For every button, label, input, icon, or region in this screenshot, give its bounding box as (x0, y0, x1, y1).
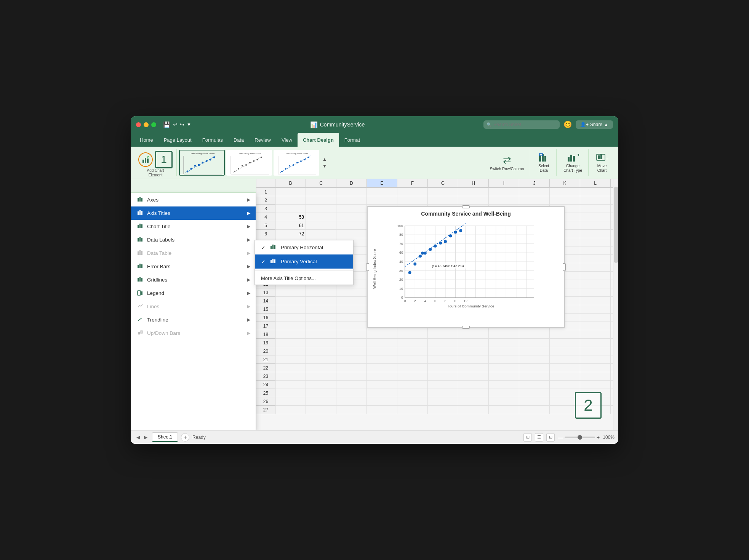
sheet-next-button[interactable]: ▶ (142, 434, 149, 441)
submenu-more-options[interactable]: More Axis Title Options... (255, 272, 353, 285)
svg-text:Well-Being Index Score: Well-Being Index Score (239, 152, 261, 155)
move-chart-button[interactable]: → MoveChart (592, 151, 611, 174)
svg-rect-70 (141, 251, 142, 255)
svg-rect-58 (141, 198, 142, 202)
menu-item-gridlines[interactable]: Gridlines ▶ (131, 273, 256, 286)
zoom-out-button[interactable]: — (558, 434, 563, 440)
svg-text:60: 60 (399, 251, 403, 254)
submenu-primary-horizontal[interactable]: ✓ Primary Horizontal (255, 240, 353, 254)
legend-icon (136, 290, 144, 297)
col-header-L[interactable]: L (580, 179, 611, 187)
svg-rect-77 (138, 291, 141, 295)
zoom-level: 100% (603, 435, 615, 440)
updown-bars-icon (136, 330, 144, 337)
chart-style-3[interactable]: Well-Being Index Score (274, 150, 319, 176)
normal-view-button[interactable]: ⊞ (523, 433, 532, 442)
svg-text:10: 10 (454, 299, 458, 303)
right-scrollbar[interactable] (613, 179, 618, 430)
maximize-button[interactable] (151, 122, 156, 127)
emoji-button[interactable]: 😊 (563, 120, 572, 129)
col-header-B[interactable]: B (275, 179, 306, 187)
vertical-check: ✓ (261, 259, 267, 265)
menu-item-axis-titles[interactable]: Axis Titles ▶ (131, 206, 256, 220)
svg-rect-0 (142, 160, 144, 163)
page-break-view-button[interactable]: ⊡ (546, 433, 555, 442)
tab-review[interactable]: Review (249, 133, 276, 147)
switch-row-column-group: ⇄ Switch Row/Column (484, 149, 530, 176)
switch-row-column-button[interactable]: ⇄ Switch Row/Column (487, 153, 527, 173)
menu-item-chart-title[interactable]: Chart Title ▶ (131, 220, 256, 233)
axes-arrow: ▶ (247, 197, 250, 202)
data-table-icon (136, 250, 144, 257)
col-header-I[interactable]: I (489, 179, 519, 187)
trendline-arrow: ▶ (247, 317, 250, 322)
svg-rect-61 (141, 211, 142, 215)
menu-item-data-labels[interactable]: Data Labels ▶ (131, 233, 256, 246)
select-data-button[interactable]: SelectData (534, 151, 553, 174)
tab-view[interactable]: View (276, 133, 298, 147)
menu-item-trendline[interactable]: Trendline ▶ (131, 313, 256, 326)
col-header-K[interactable]: K (550, 179, 580, 187)
svg-text:Well-Being Index Score: Well-Being Index Score (286, 152, 308, 155)
zoom-slider[interactable] (565, 437, 595, 438)
col-header-J[interactable]: J (519, 179, 550, 187)
chart-style-2[interactable]: Well-Being Index Score (226, 150, 272, 176)
switch-row-column-icon: ⇄ (503, 154, 511, 166)
undo-icon[interactable]: ↩ (173, 122, 178, 128)
col-header-F[interactable]: F (397, 179, 428, 187)
legend-arrow: ▶ (247, 291, 250, 296)
axis-titles-icon (136, 210, 144, 217)
add-sheet-button[interactable]: + (181, 433, 189, 442)
svg-rect-59 (138, 211, 139, 215)
minimize-button[interactable] (144, 122, 149, 127)
customize-icon[interactable]: ▼ (187, 122, 191, 127)
svg-point-128 (408, 271, 411, 274)
chart-style-1[interactable]: Well-Being Index Score (179, 150, 225, 176)
add-chart-element-label[interactable]: Add ChartElement (147, 168, 164, 178)
col-header-H[interactable]: H (458, 179, 489, 187)
chart-body: Well-Being Index Score (371, 218, 560, 320)
svg-point-133 (429, 248, 432, 251)
svg-rect-75 (139, 277, 141, 282)
page-layout-view-button[interactable]: ☰ (535, 433, 543, 442)
col-header-E[interactable]: E (367, 179, 397, 187)
sheet-tab-sheet1[interactable]: Sheet1 (152, 432, 178, 442)
chart-container[interactable]: Community Service and Well-Being Well-Be… (367, 206, 565, 328)
svg-rect-62 (138, 225, 139, 228)
save-icon[interactable]: 💾 (163, 121, 171, 128)
chart-styles-scroll-down[interactable]: ▼ (322, 163, 327, 169)
menu-item-error-bars[interactable]: Error Bars ▶ (131, 260, 256, 273)
share-button[interactable]: 👤+ Share ▲ (576, 120, 613, 129)
chart-title-arrow: ▶ (247, 224, 250, 229)
tab-format[interactable]: Format (339, 133, 365, 147)
menu-item-axes[interactable]: Axes ▶ (131, 193, 256, 206)
ribbon-tabs: Home Page Layout Formulas Data Review Vi… (131, 133, 618, 147)
main-area: Axes ▶ Axis Titles ▶ Chart Title (131, 179, 618, 430)
submenu-primary-vertical[interactable]: ✓ Primary Vertical (255, 254, 353, 269)
col-header-M[interactable]: M (611, 179, 613, 187)
chart-styles-scroll-up[interactable]: ▲ (322, 157, 327, 162)
grid-scroll-area[interactable]: 1 (256, 188, 613, 430)
step-2-badge: 2 (575, 392, 602, 419)
move-chart-icon: → (596, 152, 608, 163)
tab-formulas[interactable]: Formulas (197, 133, 228, 147)
gridlines-icon (136, 276, 144, 283)
redo-icon[interactable]: ↪ (180, 122, 184, 128)
tab-data[interactable]: Data (228, 133, 249, 147)
change-chart-type-button[interactable]: ▼ ChangeChart Type (560, 151, 585, 174)
tab-page-layout[interactable]: Page Layout (158, 133, 197, 147)
tab-chart-design[interactable]: Chart Design (298, 133, 339, 147)
col-header-D[interactable]: D (336, 179, 367, 187)
zoom-in-button[interactable]: + (597, 434, 600, 440)
svg-text:8: 8 (444, 299, 446, 303)
svg-text:6: 6 (434, 299, 436, 303)
svg-text:y = 4.9745x + 43.213: y = 4.9745x + 43.213 (432, 264, 464, 268)
close-button[interactable] (136, 122, 141, 127)
sheet-first-button[interactable]: ◀ (134, 434, 141, 441)
col-header-G[interactable]: G (428, 179, 458, 187)
tab-home[interactable]: Home (134, 133, 158, 147)
col-header-C[interactable]: C (306, 179, 336, 187)
menu-item-legend[interactable]: Legend ▶ (131, 286, 256, 300)
svg-rect-44 (539, 155, 541, 162)
search-input[interactable] (483, 120, 560, 129)
